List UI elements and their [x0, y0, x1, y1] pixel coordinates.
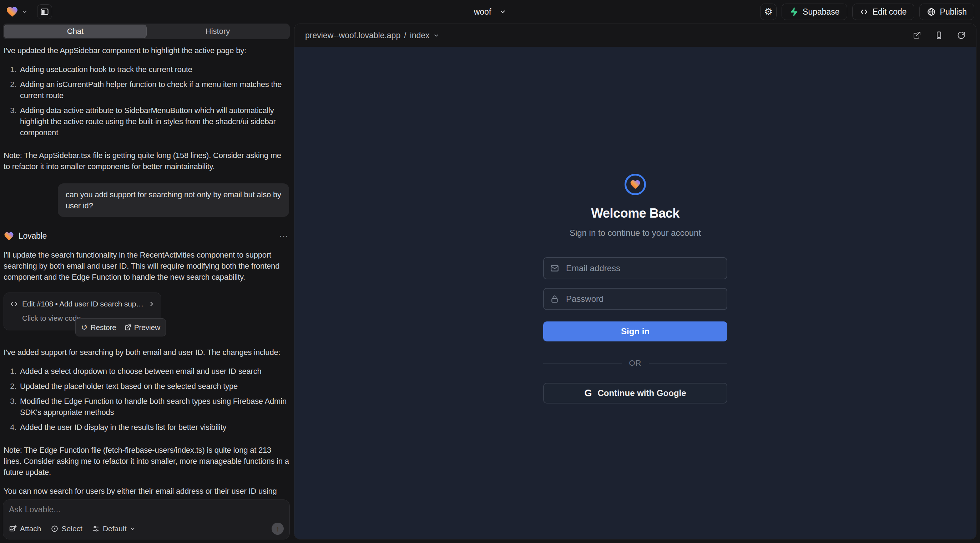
refresh-icon	[957, 31, 966, 40]
assistant-message-list: Added a select dropdown to choose betwee…	[3, 366, 289, 437]
list-item: Adding useLocation hook to track the cur…	[19, 64, 289, 75]
external-link-icon	[913, 31, 921, 40]
password-field[interactable]	[543, 288, 727, 310]
refresh-button[interactable]	[957, 31, 966, 40]
toggle-sidebar-button[interactable]	[37, 4, 52, 19]
sign-in-button[interactable]: Sign in	[543, 321, 727, 341]
preview-button[interactable]: Preview	[124, 322, 160, 333]
list-item: Adding data-active attribute to SidebarM…	[19, 105, 289, 138]
top-bar: woof ⚙ Supabase Edit code	[0, 0, 980, 24]
gear-icon: ⚙	[764, 7, 773, 17]
publish-button[interactable]: Publish	[920, 3, 974, 20]
list-item: Updated the placeholder text based on th…	[19, 381, 289, 392]
google-g-icon: G	[585, 389, 592, 398]
mail-icon	[550, 264, 559, 273]
smartphone-icon	[935, 31, 943, 40]
chevron-down-icon	[130, 526, 135, 532]
code-brackets-icon	[860, 8, 868, 16]
user-message-bubble: can you add support for searching not on…	[58, 183, 289, 217]
publish-label: Publish	[940, 7, 967, 17]
send-button[interactable]: ↑	[272, 523, 284, 535]
app-heart-icon	[630, 179, 641, 190]
edit-code-label: Edit code	[873, 7, 907, 17]
assistant-message-text: I've updated the AppSidebar component to…	[3, 45, 289, 56]
arrow-up-icon: ↑	[276, 525, 280, 533]
message-menu-icon[interactable]: ⋯	[279, 232, 289, 241]
mobile-view-button[interactable]	[935, 31, 943, 40]
google-button-label: Continue with Google	[598, 388, 686, 398]
assistant-name: Lovable	[19, 230, 47, 241]
project-title: woof	[474, 7, 492, 17]
chat-panel: Chat History I've updated the AppSidebar…	[0, 24, 293, 543]
sliders-icon	[92, 525, 100, 533]
preview-panel: preview--woof.lovable.app / index	[294, 24, 977, 540]
lovable-heart-icon	[6, 5, 19, 18]
supabase-label: Supabase	[803, 7, 840, 17]
image-plus-icon	[9, 525, 17, 533]
assistant-message-text: I've added support for searching by both…	[3, 347, 289, 358]
restore-button[interactable]: ↺ Restore	[81, 322, 116, 333]
supabase-bolt-icon	[789, 7, 799, 16]
list-item: Adding an isCurrentPath helper function …	[19, 79, 289, 101]
preview-viewport: Welcome Back Sign in to continue to your…	[294, 47, 976, 539]
lovable-logo-menu[interactable]	[6, 5, 28, 18]
supabase-button[interactable]: Supabase	[781, 3, 847, 20]
page-title: Welcome Back	[591, 206, 679, 221]
preview-url: preview--woof.lovable.app	[305, 31, 401, 40]
preview-url-bar: preview--woof.lovable.app / index	[294, 24, 976, 47]
preview-label: Preview	[134, 322, 160, 333]
assistant-message-text: I'll update the search functionality in …	[3, 249, 289, 283]
sidebar-panel-icon	[40, 8, 49, 16]
app-logo-ring	[625, 174, 646, 195]
list-item: Modified the Edge Function to handle bot…	[19, 396, 289, 418]
page-subtitle: Sign in to continue to your account	[570, 228, 701, 238]
chat-history-tabs: Chat History	[3, 24, 290, 39]
assistant-message-note: Note: The Edge Function file (fetch-fire…	[3, 445, 289, 478]
attach-button[interactable]: Attach	[9, 524, 41, 533]
assistant-header: Lovable ⋯	[3, 230, 289, 241]
restore-label: Restore	[91, 322, 116, 333]
chevron-down-icon	[21, 9, 28, 15]
auth-card: Welcome Back Sign in to continue to your…	[543, 174, 727, 403]
assistant-message-list: Adding useLocation hook to track the cur…	[3, 64, 289, 142]
chat-stream[interactable]: I've updated the AppSidebar component to…	[3, 40, 290, 495]
email-field[interactable]	[543, 257, 727, 279]
chevron-down-icon	[499, 8, 506, 15]
edit-code-button[interactable]: Edit code	[852, 3, 914, 20]
assistant-message-note: Note: The AppSidebar.tsx file is getting…	[3, 150, 289, 172]
restore-icon: ↺	[81, 324, 88, 332]
list-item: Added the user ID display in the results…	[19, 422, 289, 433]
chat-input[interactable]	[9, 505, 284, 523]
version-actions-pill: ↺ Restore Preview	[75, 318, 166, 337]
lovable-heart-icon	[3, 231, 14, 241]
or-divider: OR	[543, 359, 727, 368]
chevron-right-icon	[148, 300, 155, 308]
preview-url-breadcrumb[interactable]: preview--woof.lovable.app / index	[305, 31, 439, 40]
assistant-message-text: You can now search for users by either t…	[3, 486, 289, 495]
or-label: OR	[629, 359, 642, 368]
target-icon	[51, 525, 59, 533]
open-in-new-tab-button[interactable]	[913, 31, 921, 40]
mode-label: Default	[103, 524, 127, 533]
url-separator: /	[404, 31, 406, 40]
chat-composer: Attach Select Default	[3, 500, 290, 540]
list-item: Added a select dropdown to choose betwee…	[19, 366, 289, 377]
tab-chat[interactable]: Chat	[4, 25, 147, 38]
code-brackets-icon	[10, 300, 18, 308]
chevron-down-icon	[433, 32, 439, 38]
edit-card-title: Edit #108 • Add user ID search supp...	[22, 298, 144, 309]
attach-label: Attach	[20, 524, 41, 533]
mode-selector-button[interactable]: Default	[92, 524, 136, 533]
edit-version-card[interactable]: Edit #108 • Add user ID search supp... C…	[3, 292, 161, 330]
project-switcher[interactable]: woof	[474, 7, 506, 17]
tab-history[interactable]: History	[147, 25, 289, 38]
settings-button[interactable]: ⚙	[760, 3, 776, 20]
select-label: Select	[62, 524, 83, 533]
continue-with-google-button[interactable]: G Continue with Google	[543, 383, 727, 403]
lock-icon	[550, 294, 559, 303]
preview-path: index	[410, 31, 430, 40]
globe-icon	[927, 8, 936, 16]
external-link-icon	[124, 324, 131, 331]
select-element-button[interactable]: Select	[51, 524, 83, 533]
